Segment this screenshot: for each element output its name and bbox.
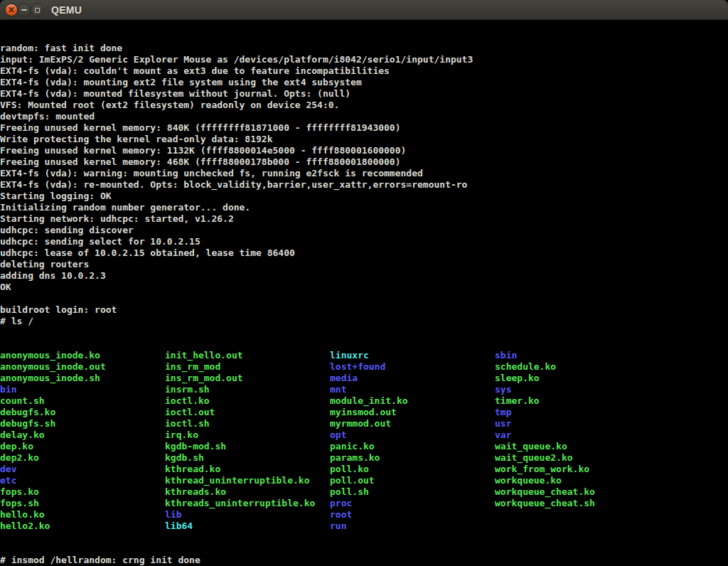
ls-entry: hello2.ko <box>0 520 165 532</box>
ls-entry: dep2.ko <box>0 452 165 464</box>
ls-entry: sys <box>495 384 660 395</box>
ls-entry: run <box>330 520 495 532</box>
console-line: Freeing unused kernel memory: 468K (ffff… <box>0 156 728 168</box>
terminal-console[interactable]: random: fast init doneinput: ImExPS/2 Ge… <box>0 20 728 566</box>
ls-entry: opt <box>330 429 495 441</box>
ls-entry: kgdb-mod.sh <box>165 441 330 452</box>
boot-log: random: fast init doneinput: ImExPS/2 Ge… <box>0 43 728 327</box>
ls-column: anonymous_inode.koanonymous_inode.outano… <box>0 350 165 532</box>
console-line: VFS: Mounted root (ext2 filesystem) read… <box>0 100 728 111</box>
ls-entry: sbin <box>495 350 660 361</box>
ls-entry: irq.ko <box>165 429 330 441</box>
ls-column: init_hello.outins_rm_modins_rm_mod.outin… <box>165 350 330 532</box>
ls-entry: timer.ko <box>495 395 660 407</box>
console-line: Freeing unused kernel memory: 1132K (fff… <box>0 145 728 156</box>
ls-entry: etc <box>0 475 165 486</box>
ls-entry: kgdb.sh <box>165 452 330 464</box>
ls-entry: lib <box>165 509 330 520</box>
console-line: input: ImExPS/2 Generic Explorer Mouse a… <box>0 54 728 65</box>
ls-entry: debugfs.sh <box>0 418 165 429</box>
console-line: # ls / <box>0 316 728 327</box>
ls-entry: ins_rm_mod.out <box>165 373 330 384</box>
ls-entry: anonymous_inode.ko <box>0 350 165 361</box>
ls-entry: schedule.ko <box>495 361 660 373</box>
ls-entry: lost+found <box>330 361 495 373</box>
ls-entry: insrm.sh <box>165 384 330 395</box>
ls-entry: count.sh <box>0 395 165 407</box>
ls-entry: dep.ko <box>0 441 165 452</box>
console-line: devtmpfs: mounted <box>0 111 728 122</box>
console-line: buildroot login: root <box>0 304 728 316</box>
ls-entry: fops.ko <box>0 486 165 498</box>
ls-entry: params.ko <box>330 452 495 464</box>
ls-entry: mnt <box>330 384 495 395</box>
ls-entry: myrmmod.out <box>330 418 495 429</box>
ls-entry: fops.sh <box>0 498 165 509</box>
ls-entry: init_hello.out <box>165 350 330 361</box>
console-line: random: fast init done <box>0 43 728 54</box>
ls-entry: proc <box>330 498 495 509</box>
ls-entry: work_from_work.ko <box>495 464 660 475</box>
ls-entry: poll.out <box>330 475 495 486</box>
window-title: QEMU <box>51 0 82 20</box>
console-line: EXT4-fs (vda): warning: mounting uncheck… <box>0 168 728 179</box>
console-line: udhcpc: sending select for 10.0.2.15 <box>0 236 728 247</box>
console-line: OK <box>0 282 728 293</box>
ls-entry: poll.sh <box>330 486 495 498</box>
console-line: deleting routers <box>0 259 728 270</box>
ls-entry: media <box>330 373 495 384</box>
console-line: Initializing random number generator... … <box>0 202 728 213</box>
console-line: udhcpc: sending discover <box>0 225 728 236</box>
minimize-icon[interactable] <box>18 4 31 16</box>
ls-entry: wait_queue.ko <box>495 441 660 452</box>
console-line: EXT4-fs (vda): mounting ext2 file system… <box>0 77 728 88</box>
ls-entry: panic.ko <box>330 441 495 452</box>
console-line: EXT4-fs (vda): mounted filesystem withou… <box>0 88 728 100</box>
ls-entry: wait_queue2.ko <box>495 452 660 464</box>
ls-entry: hello.ko <box>0 509 165 520</box>
shell-log: # insmod /hellrandom: crng init done# in… <box>0 555 728 566</box>
console-line: udhcpc: lease of 10.0.2.15 obtained, lea… <box>0 247 728 259</box>
minimize-glyph <box>21 9 27 11</box>
close-icon[interactable]: ✕ <box>5 4 18 16</box>
ls-entry: module_init.ko <box>330 395 495 407</box>
ls-entry: ioctl.out <box>165 407 330 418</box>
window-titlebar[interactable]: ✕ QEMU <box>0 0 728 20</box>
ls-entry: kthread_uninterruptible.ko <box>165 475 330 486</box>
console-line: Starting network: udhcpc: started, v1.26… <box>0 213 728 225</box>
ls-entry: tmp <box>495 407 660 418</box>
ls-entry: myinsmod.out <box>330 407 495 418</box>
ls-entry: workqueue.ko <box>495 475 660 486</box>
console-line: Write protecting the kernel read-only da… <box>0 134 728 145</box>
ls-entry: delay.ko <box>0 429 165 441</box>
qemu-window: ✕ QEMU random: fast init doneinput: ImEx… <box>0 0 728 566</box>
ls-entry: kthreads_uninterruptible.ko <box>165 498 330 509</box>
maximize-glyph <box>35 8 40 13</box>
ls-entry: dev <box>0 464 165 475</box>
ls-entry: usr <box>495 418 660 429</box>
ls-output: anonymous_inode.koanonymous_inode.outano… <box>0 350 728 532</box>
ls-entry: sleep.ko <box>495 373 660 384</box>
ls-column: sbinschedule.kosleep.kosystimer.kotmpusr… <box>495 350 660 509</box>
ls-entry: var <box>495 429 660 441</box>
ls-entry: kthread.ko <box>165 464 330 475</box>
console-line <box>0 293 728 304</box>
console-line: Starting logging: OK <box>0 191 728 202</box>
console-line: # insmod /hellrandom: crng init done <box>0 555 728 566</box>
ls-entry: lib64 <box>165 520 330 532</box>
ls-entry: linuxrc <box>330 350 495 361</box>
ls-entry: kthreads.ko <box>165 486 330 498</box>
ls-entry: root <box>330 509 495 520</box>
ls-entry: workqueue_cheat.ko <box>495 486 660 498</box>
ls-entry: ins_rm_mod <box>165 361 330 373</box>
console-line: EXT4-fs (vda): couldn't mount as ext3 du… <box>0 65 728 77</box>
maximize-icon[interactable] <box>31 4 43 16</box>
ls-entry: bin <box>0 384 165 395</box>
ls-entry: ioctl.ko <box>165 395 330 407</box>
ls-entry: workqueue_cheat.sh <box>495 498 660 509</box>
ls-entry: ioctl.sh <box>165 418 330 429</box>
ls-entry: anonymous_inode.out <box>0 361 165 373</box>
ls-column: linuxrclost+foundmediamntmodule_init.kom… <box>330 350 495 532</box>
console-line: Freeing unused kernel memory: 840K (ffff… <box>0 122 728 134</box>
ls-entry: poll.ko <box>330 464 495 475</box>
